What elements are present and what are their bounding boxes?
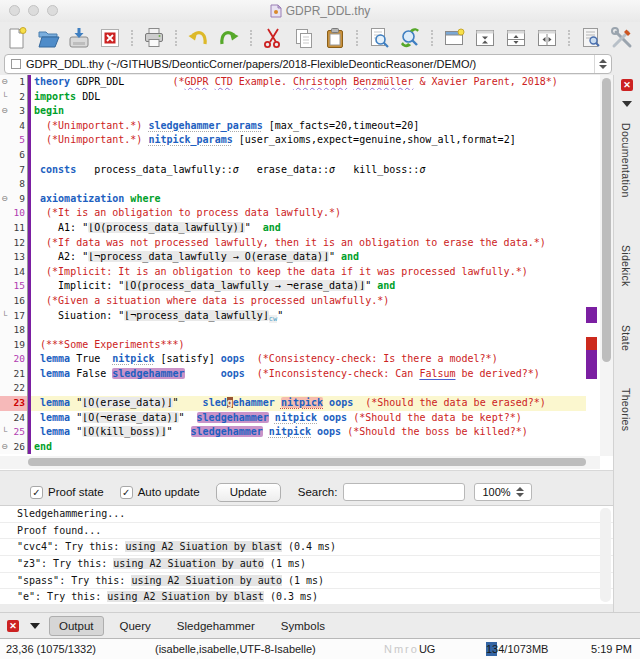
code-text[interactable]: end bbox=[31, 440, 613, 455]
error-marker[interactable] bbox=[586, 337, 597, 350]
code-text[interactable]: (*If data was not processed lawfully, th… bbox=[31, 236, 613, 251]
code-text[interactable]: A2: "⌊¬process_data_lawfully → O(erase_d… bbox=[31, 250, 613, 265]
code-editor[interactable]: ⊖1theory GDPR_DDL (*GDPR CTD Example. Ch… bbox=[0, 75, 613, 470]
code-text[interactable]: A1: "⌊O(process_data_lawfully)⌋" and bbox=[31, 221, 613, 236]
dock-tab-theories[interactable]: Theories bbox=[620, 388, 632, 431]
memory-indicator[interactable]: 134/1073MB bbox=[486, 642, 560, 656]
new-view-button[interactable] bbox=[442, 26, 466, 50]
fold-marker-icon[interactable]: ⊖ bbox=[0, 440, 9, 455]
find-replace-button[interactable] bbox=[398, 26, 422, 50]
code-line[interactable]: 13 A2: "⌊¬process_data_lawfully → O(eras… bbox=[0, 250, 613, 265]
copy-button[interactable] bbox=[292, 26, 316, 50]
code-text[interactable]: begin bbox=[31, 104, 613, 119]
fold-marker-icon[interactable]: ⊖ bbox=[0, 192, 9, 207]
code-text[interactable]: consts process_data_lawfully::σ erase_da… bbox=[31, 163, 613, 178]
find-button[interactable] bbox=[367, 26, 391, 50]
tab-symbols[interactable]: Symbols bbox=[271, 616, 335, 636]
code-text[interactable]: lemma "⌊O(¬erase_data)⌋" sledgehammer ni… bbox=[31, 411, 613, 426]
editor-vertical-scrollbar[interactable] bbox=[600, 75, 613, 456]
warning-marker[interactable] bbox=[586, 307, 597, 323]
auto-update-checkbox[interactable]: ✓ bbox=[120, 486, 133, 499]
save-file-button[interactable] bbox=[67, 26, 91, 50]
code-line[interactable]: 14 (*Implicit: It is an obligation to ke… bbox=[0, 265, 613, 280]
cut-button[interactable] bbox=[261, 26, 285, 50]
dock-tab-state[interactable]: State bbox=[620, 325, 632, 351]
output-scrollbar[interactable] bbox=[600, 508, 611, 602]
fold-marker-icon[interactable]: └ bbox=[0, 90, 9, 105]
code-text[interactable]: (*Implicit: It is an obligation to keep … bbox=[31, 265, 613, 280]
code-text[interactable] bbox=[31, 381, 613, 396]
code-text[interactable]: lemma "⌊O(erase_data)⌋" sledgehammer nit… bbox=[31, 396, 613, 411]
undo-button[interactable] bbox=[186, 26, 210, 50]
buffer-switcher[interactable]: GDPR_DDL.thy (~/GITHUBS/DeonticCorner/pa… bbox=[4, 54, 612, 74]
fold-marker-icon[interactable]: └ bbox=[0, 309, 9, 324]
code-line[interactable]: ⊖1theory GDPR_DDL (*GDPR CTD Example. Ch… bbox=[0, 75, 613, 90]
buffer-options-button[interactable] bbox=[579, 26, 603, 50]
dock-tab-documentation[interactable]: Documentation bbox=[620, 123, 632, 198]
code-text[interactable]: imports DDL bbox=[31, 90, 613, 105]
code-text[interactable]: (*Given a situation where data is proces… bbox=[31, 294, 613, 309]
code-line[interactable]: 4 (*Unimportant.*) sledgehammer_params [… bbox=[0, 119, 613, 134]
output-panel[interactable]: Sledgehammering...Proof found..."cvc4": … bbox=[0, 505, 613, 604]
buffer-switcher-stepper[interactable] bbox=[594, 55, 611, 73]
code-text[interactable]: axiomatization where bbox=[31, 192, 613, 207]
code-line[interactable]: 10 (*It is an obligation to process data… bbox=[0, 206, 613, 221]
traffic-lights[interactable] bbox=[9, 5, 58, 16]
code-text[interactable]: (***Some Experiments***) bbox=[31, 338, 613, 353]
unsplit-button[interactable] bbox=[473, 26, 497, 50]
proof-sendback-chip[interactable]: using A2 Siuation by blast bbox=[125, 541, 282, 552]
new-file-button[interactable] bbox=[5, 26, 29, 50]
fold-marker-icon[interactable]: ⊖ bbox=[0, 75, 9, 90]
code-text[interactable]: lemma True nitpick [satisfy] oops (*Cons… bbox=[31, 352, 613, 367]
proof-sendback-chip[interactable]: using A2 Siuation by auto bbox=[113, 558, 264, 569]
code-line[interactable]: 24 lemma "⌊O(¬erase_data)⌋" sledgehammer… bbox=[0, 411, 613, 426]
redo-button[interactable] bbox=[217, 26, 241, 50]
tab-query[interactable]: Query bbox=[110, 616, 161, 636]
tab-sledgehammer[interactable]: Sledgehammer bbox=[167, 616, 265, 636]
code-line[interactable]: 5 (*Unimportant.*) nitpick_params [user_… bbox=[0, 133, 613, 148]
code-line[interactable]: 15 Implicit: "⌊O(process_data_lawfully →… bbox=[0, 279, 613, 294]
proof-sendback-chip[interactable]: using A2 Siuation by auto bbox=[131, 575, 282, 586]
code-text[interactable] bbox=[31, 323, 613, 338]
code-text[interactable] bbox=[31, 148, 613, 163]
code-line[interactable]: 11 A1: "⌊O(process_data_lawfully)⌋" and bbox=[0, 221, 613, 236]
code-text[interactable]: Implicit: "⌊O(process_data_lawfully → ¬e… bbox=[31, 279, 613, 294]
code-line[interactable]: └25 lemma "⌊O(kill_boss)⌋" sledgehammer … bbox=[0, 425, 613, 440]
code-line[interactable]: 22 bbox=[0, 381, 613, 396]
code-line[interactable]: ⊖3begin bbox=[0, 104, 613, 119]
proof-sendback-chip[interactable]: using A2 Siuation by blast bbox=[107, 591, 264, 602]
code-text[interactable]: (*It is an obligation to process data la… bbox=[31, 206, 613, 221]
code-text[interactable]: (*Unimportant.*) sledgehammer_params [ma… bbox=[31, 119, 613, 134]
code-line[interactable]: ⊖9 axiomatization where bbox=[0, 192, 613, 207]
update-button[interactable]: Update bbox=[216, 483, 281, 502]
code-line[interactable]: 18 bbox=[0, 323, 613, 338]
open-file-button[interactable] bbox=[36, 26, 60, 50]
close-dock-icon[interactable]: ✕ bbox=[7, 620, 19, 632]
horizontal-scrollbar-thumb[interactable] bbox=[28, 458, 586, 466]
code-text[interactable]: theory GDPR_DDL (*GDPR CTD Example. Chri… bbox=[31, 75, 613, 90]
code-line[interactable]: 23 lemma "⌊O(erase_data)⌋" sledgehammer … bbox=[0, 396, 613, 411]
paste-button[interactable] bbox=[323, 26, 347, 50]
print-button[interactable] bbox=[142, 26, 166, 50]
zoom-stepper[interactable] bbox=[512, 484, 531, 500]
code-line[interactable]: ⊖26end bbox=[0, 440, 613, 455]
code-line[interactable]: 20 lemma True nitpick [satisfy] oops (*C… bbox=[0, 352, 613, 367]
warning-marker[interactable] bbox=[586, 350, 597, 379]
code-line[interactable]: 7 consts process_data_lawfully::σ erase_… bbox=[0, 163, 613, 178]
dock-menu-triangle-icon[interactable] bbox=[30, 623, 40, 629]
dock-menu-triangle-icon[interactable] bbox=[622, 101, 632, 107]
code-text[interactable]: Siuation: "⌊¬process_data_lawfully⌋cw" bbox=[31, 309, 613, 324]
split-vertical-button[interactable] bbox=[535, 26, 559, 50]
code-line[interactable]: 8 bbox=[0, 177, 613, 192]
code-text[interactable] bbox=[31, 177, 613, 192]
close-dock-icon[interactable]: ✕ bbox=[621, 79, 633, 91]
minimize-window-button[interactable] bbox=[28, 5, 39, 16]
global-options-button[interactable] bbox=[610, 26, 634, 50]
fold-marker-icon[interactable]: ⊖ bbox=[0, 104, 9, 119]
proof-state-checkbox[interactable]: ✓ bbox=[30, 486, 43, 499]
code-text[interactable]: (*Unimportant.*) nitpick_params [user_ax… bbox=[31, 133, 613, 148]
code-line[interactable]: 21 lemma False sledgehammer oops (*Incon… bbox=[0, 367, 613, 382]
zoom-window-button[interactable] bbox=[47, 5, 58, 16]
code-line[interactable]: 16 (*Given a situation where data is pro… bbox=[0, 294, 613, 309]
code-text[interactable]: lemma False sledgehammer oops (*Inconsis… bbox=[31, 367, 613, 382]
